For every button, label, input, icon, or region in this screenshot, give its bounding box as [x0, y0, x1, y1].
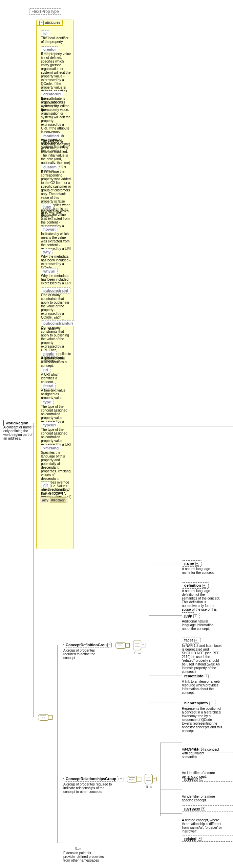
attr-dir[interactable]: dir	[41, 482, 50, 488]
attr-pubconstrainturi[interactable]: pubconstrainturi	[41, 320, 75, 326]
group-concept-relationships-expand[interactable]: −	[119, 777, 123, 781]
attr-creatoruri[interactable]: creatoruri	[41, 91, 63, 97]
attr-literal[interactable]: literal	[41, 383, 56, 389]
desc-attr-uri: A URI which identifies a concept.	[41, 373, 71, 384]
desc-attr-typeuri: The type of the concept assigned as cont…	[41, 428, 71, 446]
desc-world-region: A concept or name only defining the worl…	[3, 425, 35, 440]
attr-custom[interactable]: custom	[41, 164, 59, 170]
element-definition[interactable]: definition+	[182, 582, 209, 589]
attr-label: type	[43, 400, 51, 404]
attributes-label: attributes	[45, 20, 60, 24]
expand-icon[interactable]: +	[209, 702, 213, 705]
any-label: any	[42, 498, 48, 502]
connector	[160, 766, 182, 766]
element-label: note	[184, 614, 192, 618]
attr-label: why	[43, 250, 50, 254]
attr-label: creator	[43, 47, 56, 51]
desc-group-concept-relationships: A group of properites required to indica…	[63, 782, 113, 794]
desc-sameas: An identifier of a concept with equivale…	[182, 748, 220, 759]
attributes-tab: −attributes	[37, 20, 63, 26]
connector	[57, 645, 63, 645]
expand-icon[interactable]: +	[205, 675, 209, 678]
attr-label: how	[43, 205, 51, 209]
attr-modified[interactable]: modified	[41, 133, 61, 139]
expand-icon[interactable]: +	[193, 614, 197, 618]
sequence-cdg[interactable]	[115, 642, 125, 649]
element-facet[interactable]: facet+	[182, 637, 200, 643]
attr-howuri[interactable]: howuri	[41, 226, 58, 232]
sequence-crg-expand[interactable]: −	[137, 777, 141, 781]
element-label: narrower	[184, 806, 200, 811]
element-related[interactable]: related+	[182, 836, 233, 842]
attr-xmllang[interactable]: xml:lang	[41, 445, 61, 451]
connector	[28, 423, 36, 423]
connector	[141, 779, 145, 779]
connector	[149, 615, 182, 616]
element-name[interactable]: name+	[182, 560, 202, 567]
desc-attr-qcode: A qualified code which identifies a conc…	[41, 356, 71, 368]
attr-label: dir	[43, 483, 48, 487]
attr-why[interactable]: why	[41, 249, 53, 255]
desc-group-concept-definition: A group of properites required to define…	[63, 649, 103, 660]
attr-qcode[interactable]: qcode	[41, 351, 57, 357]
element-label: related	[184, 837, 196, 841]
group-concept-relationships[interactable]: ConceptRelationshipsGroup	[63, 776, 119, 782]
attr-pubconstraint[interactable]: pubconstraint	[41, 287, 70, 294]
expand-icon[interactable]: +	[202, 807, 205, 811]
connector	[149, 563, 182, 563]
element-label: worldRegion	[6, 421, 28, 425]
element-hierarchyinfo[interactable]: hierarchyInfo+	[182, 700, 215, 706]
attributes-toggle[interactable]: −	[39, 21, 44, 25]
attr-uri[interactable]: uri	[41, 367, 50, 373]
attr-type[interactable]: type	[41, 399, 54, 405]
choice-crg[interactable]	[145, 774, 153, 784]
connector	[160, 813, 182, 814]
group-concept-definition[interactable]: ConceptDefinitionGroup	[63, 642, 111, 648]
attr-label: creatoruri	[43, 92, 61, 96]
desc-attr-id: The local identifier of the property.	[41, 36, 70, 44]
group-label: ConceptRelationshipsGroup	[66, 777, 116, 781]
attr-label: whyuri	[43, 269, 55, 273]
card-crg: 0..∞	[146, 785, 152, 789]
element-remoteinfo[interactable]: remoteInfo+	[182, 673, 211, 679]
connector	[52, 717, 57, 717]
desc-note: Additional natural language information …	[182, 619, 218, 631]
desc-any-other: Extension point for provider-defined pro…	[63, 851, 104, 862]
attr-typeuri[interactable]: typeuri	[41, 422, 58, 428]
attr-whyuri[interactable]: whyuri	[41, 268, 58, 274]
choice-cdg-expand[interactable]: −	[141, 643, 145, 647]
group-concept-definition-expand[interactable]: −	[107, 643, 112, 647]
choice-cdg[interactable]	[133, 640, 141, 650]
choice-crg-expand[interactable]: −	[152, 777, 157, 781]
expand-icon[interactable]: +	[194, 639, 198, 642]
attr-label: qcode	[43, 352, 54, 356]
expand-icon[interactable]: +	[195, 562, 199, 566]
connector	[160, 743, 182, 743]
attr-label: pubconstrainturi	[43, 321, 73, 325]
element-note[interactable]: note+	[182, 613, 199, 619]
sequence-main[interactable]	[38, 714, 48, 721]
desc-facet: In NAR 1.8 and later, facet is deprecate…	[182, 644, 222, 674]
attr-how[interactable]: how	[41, 204, 53, 210]
desc-name: A natural language name for the concept.	[182, 567, 218, 574]
connector	[160, 743, 161, 816]
attr-creator[interactable]: creator	[41, 46, 58, 52]
expand-icon[interactable]: +	[203, 584, 206, 588]
attr-label: typeuri	[43, 423, 56, 427]
attr-id[interactable]: id	[41, 30, 49, 37]
sequence-main-expand[interactable]: −	[48, 715, 52, 720]
attr-label: modified	[43, 134, 59, 138]
connector	[57, 645, 58, 843]
attr-label: id	[43, 31, 47, 36]
sequence-cdg-expand[interactable]: −	[125, 643, 130, 648]
desc-attr-whyuri: Why the metadata has been included - exp…	[41, 274, 71, 285]
connector	[149, 563, 149, 724]
attr-label: literal	[43, 384, 53, 388]
connector	[33, 717, 38, 717]
connector	[149, 640, 182, 640]
sequence-crg[interactable]	[127, 776, 137, 782]
attr-label: custom	[43, 165, 57, 169]
element-narrower[interactable]: narrower+	[182, 805, 233, 812]
expand-icon[interactable]: +	[198, 837, 202, 841]
attr-label: xml:lang	[43, 446, 59, 450]
